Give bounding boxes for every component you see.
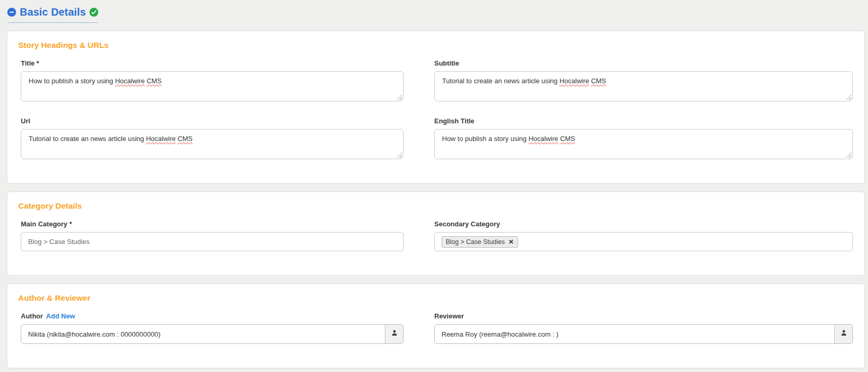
page: Basic Details Story Headings & URLs Titl… <box>0 0 868 372</box>
text-part-misspelled: CMS <box>177 135 192 143</box>
reviewer-input-group: Reema Roy (reema@hocalwire.com : ) <box>434 324 853 344</box>
text-part: Tutorial to create an news article using <box>442 77 560 85</box>
section-author-reviewer: Author & Reviewer Author Add New Nikita … <box>7 284 865 368</box>
english-title-label: English Title <box>434 117 853 125</box>
text-part-misspelled: Hocalwire <box>560 77 589 85</box>
field-url: Url Tutorial to create an news article u… <box>21 117 404 159</box>
author-label: Author <box>21 312 43 320</box>
field-main-category: Main Category * Blog > Case Studies <box>21 220 404 251</box>
field-english-title: English Title How to publish a story usi… <box>434 117 853 159</box>
field-author: Author Add New Nikita (nikita@hocalwire.… <box>21 312 404 344</box>
author-input-group: Nikita (nikita@hocalwire.com : 000000000… <box>21 324 404 344</box>
text-part-misspelled: Hocalwire <box>115 77 145 85</box>
secondary-category-label: Secondary Category <box>434 220 853 228</box>
reviewer-input[interactable]: Reema Roy (reema@hocalwire.com : ) <box>435 325 834 343</box>
section-story-headings: Story Headings & URLs Title * How to pub… <box>7 31 865 184</box>
add-new-author-link[interactable]: Add New <box>46 312 75 320</box>
minus-circle-icon[interactable] <box>7 8 16 17</box>
main-category-input[interactable]: Blog > Case Studies <box>21 232 404 251</box>
subtitle-textarea[interactable]: Tutorial to create an news article using… <box>434 71 853 101</box>
reviewer-label: Reviewer <box>434 312 464 320</box>
subtitle-label: Subtitle <box>434 59 853 67</box>
field-title: Title * How to publish a story using Hoc… <box>21 59 404 101</box>
person-icon <box>840 329 847 339</box>
url-textarea[interactable]: Tutorial to create an news article using… <box>21 129 404 159</box>
section-heading: Story Headings & URLs <box>18 41 853 50</box>
main-category-label: Main Category * <box>21 220 404 228</box>
text-part: How to publish a story using <box>29 77 115 85</box>
category-chip: Blog > Case Studies ✕ <box>442 236 518 248</box>
field-subtitle: Subtitle Tutorial to create an news arti… <box>434 59 853 101</box>
text-part: Tutorial to create an news article using <box>29 135 146 143</box>
author-input[interactable]: Nikita (nikita@hocalwire.com : 000000000… <box>21 325 385 343</box>
author-person-button[interactable] <box>385 325 403 343</box>
category-chip-label: Blog > Case Studies <box>446 238 505 246</box>
person-icon <box>391 329 398 339</box>
section-heading: Category Details <box>18 201 853 211</box>
reviewer-person-button[interactable] <box>834 325 852 343</box>
url-label: Url <box>21 117 404 125</box>
text-part-misspelled: CMS <box>147 77 162 85</box>
section-category-details: Category Details Main Category * Blog > … <box>7 191 865 276</box>
check-circle-icon <box>89 8 98 17</box>
text-part-misspelled: CMS <box>591 77 606 85</box>
text-part-misspelled: Hocalwire <box>146 135 176 143</box>
english-title-textarea[interactable]: How to publish a story using Hocalwire C… <box>434 129 853 159</box>
section-heading: Author & Reviewer <box>18 293 853 303</box>
text-part-misspelled: Hocalwire <box>528 135 558 143</box>
field-reviewer: Reviewer Reema Roy (reema@hocalwire.com … <box>434 312 853 344</box>
chip-remove-icon[interactable]: ✕ <box>509 239 514 245</box>
title-textarea[interactable]: How to publish a story using Hocalwire C… <box>21 71 404 101</box>
title-label: Title * <box>21 59 404 67</box>
secondary-category-input[interactable]: Blog > Case Studies ✕ <box>434 232 853 251</box>
text-part: How to publish a story using <box>442 135 528 143</box>
text-part-misspelled: CMS <box>560 135 575 143</box>
page-title: Basic Details <box>20 6 86 18</box>
field-secondary-category: Secondary Category Blog > Case Studies ✕ <box>434 220 853 251</box>
basic-details-header: Basic Details <box>7 6 98 23</box>
